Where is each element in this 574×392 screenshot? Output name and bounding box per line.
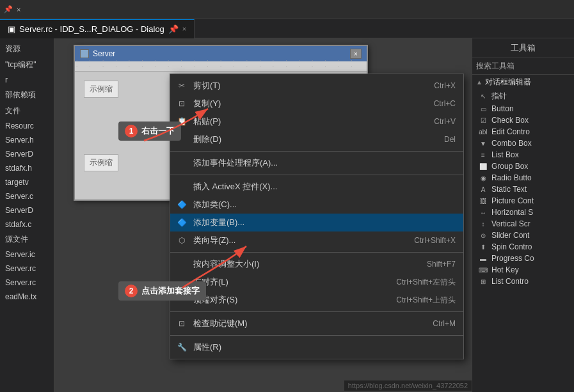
toolbox-icon-13: ⬆ <box>479 242 488 251</box>
toolbox-label-10: Horizontal S <box>491 208 533 217</box>
main-layout: 资源 "tcp编程" r 部依赖项 文件 Resourc Server.h Se… <box>0 38 574 392</box>
separator-5 <box>170 335 463 336</box>
context-menu-add-variable[interactable]: 🔷 添加变量(B)... <box>170 214 463 231</box>
context-menu-add-class[interactable]: 🔷 添加类(C)... <box>170 196 463 214</box>
toolbox-label-3: Edit Contro <box>491 127 530 136</box>
class-wizard-label: 类向导(Z)... <box>193 235 235 246</box>
toolbox-icon-3: abl <box>479 127 488 136</box>
sidebar-item-serverc[interactable]: Server.c <box>3 191 51 202</box>
toolbox-icon-11: ↕ <box>479 219 488 228</box>
sidebar-item-tcpprogram[interactable]: "tcp编程" <box>3 58 51 72</box>
toolbox-item-edit-contro[interactable]: ablEdit Contro <box>472 126 574 137</box>
toolbox-item-static-text[interactable]: AStatic Text <box>472 184 574 195</box>
toolbox-item-combo-box[interactable]: ▼Combo Box <box>472 137 574 149</box>
toolbox-icon-16: ⊞ <box>479 277 488 286</box>
sidebar-item-r[interactable]: r <box>3 74 51 86</box>
toolbox-label-14: Progress Co <box>491 254 534 263</box>
sidebar-item-sources[interactable]: 源文件 <box>3 233 51 246</box>
separator-3 <box>170 252 463 253</box>
context-menu-resize-content[interactable]: 按内容调整大小(I) Shift+F7 <box>170 255 463 273</box>
toolbox-label-4: Combo Box <box>491 139 532 148</box>
context-menu-align-left[interactable]: 左对齐(L) Ctrl+Shift+左箭头 <box>170 273 463 291</box>
sidebar-item-resources[interactable]: 资源 <box>3 42 51 56</box>
sidebar-item-readme[interactable]: eadMe.tx <box>3 291 51 302</box>
sidebar-item-targetv[interactable]: targetv <box>3 176 51 188</box>
section-expand-arrow: ▲ <box>476 79 482 86</box>
toolbox-label-9: Picture Cont <box>491 196 534 205</box>
sidebar-item-serverd[interactable]: ServerD <box>3 148 51 160</box>
context-menu-paste[interactable]: 📋 粘贴(P) Ctrl+V <box>170 113 463 130</box>
toolbox-items: ↖指针▭Button☑Check BoxablEdit Contro▼Combo… <box>472 90 574 287</box>
toolbox-item-指针[interactable]: ↖指针 <box>472 90 574 103</box>
context-menu: ✂ 剪切(T) Ctrl+X ⊡ 复制(Y) Ctrl+C 📋 粘贴(P) Ct… <box>170 74 464 359</box>
copy-label: 复制(Y) <box>193 98 221 109</box>
sidebar-item-stdafxc[interactable]: stdafx.c <box>3 219 51 230</box>
toolbox-item-slider-cont[interactable]: ⊙Slider Cont <box>472 230 574 241</box>
toolbox-label-11: Vertical Scr <box>491 219 530 228</box>
separator-1 <box>170 151 463 152</box>
toolbox-section-header[interactable]: ▲ 对话框编辑器 <box>472 75 574 90</box>
toolbox-item-horizontal-s[interactable]: ↔Horizontal S <box>472 207 574 218</box>
sidebar-item-resource[interactable]: Resourc <box>3 120 51 132</box>
toolbox-icon-5: ≡ <box>479 150 488 159</box>
check-mnemonic-icon: ⊡ <box>175 319 188 328</box>
annotation-number-1: 1 <box>125 125 138 137</box>
pin-icon[interactable]: 📌 <box>4 5 13 13</box>
toolbox-item-picture-cont[interactable]: 🖼Picture Cont <box>472 195 574 207</box>
left-sidebar: 资源 "tcp编程" r 部依赖项 文件 Resourc Server.h Se… <box>0 38 54 392</box>
separator-2 <box>170 175 463 175</box>
toolbox-item-list-box[interactable]: ≡List Box <box>472 149 574 161</box>
context-menu-delete[interactable]: 删除(D) Del <box>170 130 463 148</box>
tab-label: Server.rc - IDD_S...R_DIALOG - Dialog <box>19 24 164 34</box>
tab-close-btn[interactable]: × <box>182 25 186 33</box>
close-small-icon[interactable]: × <box>17 6 20 13</box>
resize-label: 按内容调整大小(I) <box>193 258 259 270</box>
sidebar-item-serverrc2[interactable]: Server.rc <box>3 277 51 288</box>
annotation-number-2: 2 <box>125 285 138 297</box>
toolbox-item-radio-butto[interactable]: ◉Radio Butto <box>472 172 574 184</box>
toolbox-item-button[interactable]: ▭Button <box>472 103 574 114</box>
add-class-label: 添加类(C)... <box>193 199 237 210</box>
toolbox-item-check-box[interactable]: ☑Check Box <box>472 114 574 126</box>
toolbox-label-12: Slider Cont <box>491 231 529 240</box>
sidebar-item-serverrc1[interactable]: Server.rc <box>3 263 51 274</box>
sidebar-item-serverd2[interactable]: ServerD <box>3 205 51 216</box>
context-menu-align-top[interactable]: 顶端对齐(S) Ctrl+Shift+上箭头 <box>170 291 463 309</box>
toolbox-item-hot-key[interactable]: ⌨Hot Key <box>472 264 574 276</box>
sidebar-item-files[interactable]: 文件 <box>3 104 51 118</box>
align-left-shortcut: Ctrl+Shift+左箭头 <box>396 277 456 288</box>
tab-pin[interactable]: 📌 <box>168 24 179 34</box>
add-variable-label: 添加变量(B)... <box>193 217 244 228</box>
resize-shortcut: Shift+F7 <box>427 260 456 269</box>
toolbox-item-group-box[interactable]: ⬜Group Box <box>472 161 574 172</box>
toolbox-icon-4: ▼ <box>479 139 488 148</box>
sidebar-item-serverh[interactable]: Server.h <box>3 134 51 146</box>
dialog-example-box-1: 示例缩 <box>84 81 118 98</box>
center-area: Server × · · · · · · · · · · · · · · · ·… <box>54 38 472 392</box>
properties-icon: 🔧 <box>175 343 188 352</box>
sidebar-item-deps[interactable]: 部依赖项 <box>3 88 51 102</box>
toolbox-label-13: Spin Contro <box>491 242 532 251</box>
context-menu-check-mnemonic[interactable]: ⊡ 检查助记键(M) Ctrl+M <box>170 315 463 333</box>
toolbox-item-list-contro[interactable]: ⊞List Contro <box>472 276 574 287</box>
toolbox-label-8: Static Text <box>491 185 527 194</box>
watermark: https://blog.csdn.net/weixin_43722052 <box>344 380 472 391</box>
context-menu-add-event[interactable]: 添加事件处理程序(A)... <box>170 154 463 172</box>
sidebar-item-serveric[interactable]: Server.ic <box>3 249 51 260</box>
add-event-label: 添加事件处理程序(A)... <box>193 157 278 169</box>
toolbox-search-label[interactable]: 搜索工具箱 <box>472 58 574 75</box>
tab-dialog[interactable]: ▣ Server.rc - IDD_S...R_DIALOG - Dialog … <box>0 19 195 38</box>
dialog-window-icon <box>80 49 89 58</box>
context-menu-class-wizard[interactable]: ⬡ 类向导(Z)... Ctrl+Shift+X <box>170 231 463 249</box>
context-menu-properties[interactable]: 🔧 属性(R) <box>170 338 463 356</box>
context-menu-cut[interactable]: ✂ 剪切(T) Ctrl+X <box>170 77 463 95</box>
toolbox-item-vertical-scr[interactable]: ↕Vertical Scr <box>472 218 574 230</box>
toolbox-item-spin-contro[interactable]: ⬆Spin Contro <box>472 241 574 253</box>
toolbox-item-progress-co[interactable]: ▬Progress Co <box>472 253 574 264</box>
add-class-icon: 🔷 <box>175 200 188 209</box>
top-bar-icons: 📌 × <box>4 5 20 13</box>
toolbox-icon-10: ↔ <box>479 208 488 217</box>
context-menu-insert-activex[interactable]: 插入 ActiveX 控件(X)... <box>170 178 463 196</box>
context-menu-copy[interactable]: ⊡ 复制(Y) Ctrl+C <box>170 95 463 113</box>
sidebar-item-stdafx[interactable]: stdafx.h <box>3 162 51 174</box>
